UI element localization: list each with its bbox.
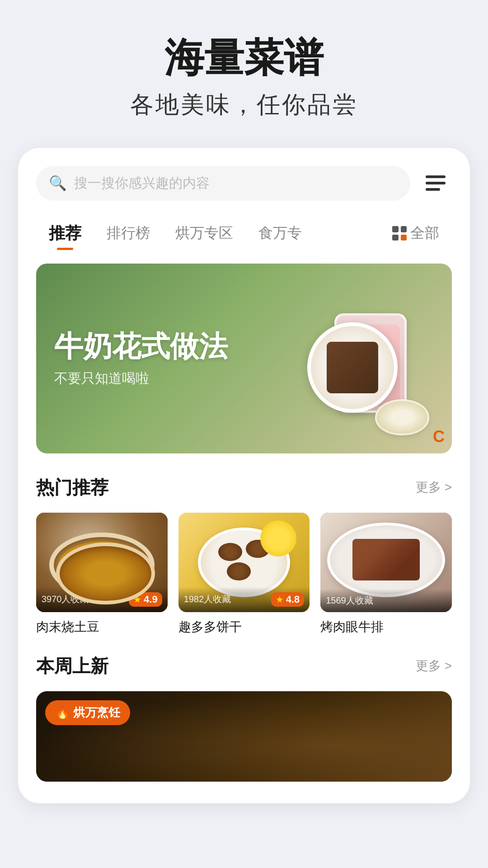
weekly-section-more[interactable]: 更多 > (416, 657, 452, 675)
search-row: 🔍 搜一搜你感兴趣的内容 (36, 166, 452, 201)
hero-subtitle: 各地美味，任你品尝 (18, 89, 470, 121)
hero-title: 海量菜谱 (18, 36, 470, 80)
recipe-name-3: 烤肉眼牛排 (320, 618, 452, 636)
menu-icon (426, 175, 446, 191)
recipe-image-1: 3970人收藏 ★ 4.9 (36, 513, 168, 612)
star-icon-1: ★ (133, 594, 141, 605)
recipe-card-1[interactable]: 3970人收藏 ★ 4.9 肉末烧土豆 (36, 513, 168, 636)
app-card: 🔍 搜一搜你感兴趣的内容 推荐 排行榜 烘万专区 食万专 全部 牛奶花式做法 不… (18, 148, 470, 803)
tab-recommend[interactable]: 推荐 (36, 217, 94, 250)
recipe-image-3: 1569人收藏 (320, 513, 452, 612)
nav-tabs: 推荐 排行榜 烘万专区 食万专 全部 (36, 217, 452, 250)
star-icon-2: ★ (276, 594, 284, 605)
tab-ranking[interactable]: 排行榜 (94, 218, 163, 249)
tab-all[interactable]: 全部 (380, 218, 452, 249)
recipe-list: 3970人收藏 ★ 4.9 肉末烧土豆 (36, 513, 452, 636)
hot-section-title: 热门推荐 (36, 475, 108, 500)
search-placeholder: 搜一搜你感兴趣的内容 (74, 174, 398, 193)
banner-subtitle: 不要只知道喝啦 (54, 369, 149, 388)
recipe-card-2[interactable]: 1982人收藏 ★ 4.8 趣多多饼干 (178, 513, 310, 636)
rating-badge-1: ★ 4.9 (129, 592, 162, 607)
collect-count-2: 1982人收藏 (184, 593, 231, 605)
recipe-badge-2: 1982人收藏 ★ 4.8 (178, 587, 310, 612)
weekly-card[interactable]: 🔥 烘万烹饪 (36, 691, 452, 782)
fire-icon: 🔥 (55, 706, 70, 720)
banner-food-visuals (285, 273, 438, 444)
menu-button[interactable] (419, 167, 452, 199)
all-grid-icon (392, 226, 407, 241)
weekly-badge-label: 烘万烹饪 (73, 705, 120, 721)
tab-baking[interactable]: 烘万专区 (163, 218, 246, 249)
collect-count-1: 3970人收藏 (42, 593, 89, 605)
rating-value-1: 4.9 (144, 594, 158, 605)
weekly-section-header: 本周上新 更多 > (36, 654, 452, 679)
hot-section-header: 热门推荐 更多 > (36, 475, 452, 500)
hero-section: 海量菜谱 各地美味，任你品尝 (0, 0, 488, 139)
weekly-section: 本周上新 更多 > 🔥 烘万烹饪 (36, 654, 452, 782)
recipe-name-1: 肉末烧土豆 (36, 618, 168, 636)
recipe-badge-1: 3970人收藏 ★ 4.9 (36, 587, 168, 612)
banner-logo: C (433, 427, 445, 446)
weekly-badge: 🔥 烘万烹饪 (45, 700, 130, 725)
hot-section-more[interactable]: 更多 > (416, 479, 452, 496)
recipe-image-2: 1982人收藏 ★ 4.8 (178, 513, 310, 612)
search-bar[interactable]: 🔍 搜一搜你感兴趣的内容 (36, 166, 410, 201)
rating-badge-2: ★ 4.8 (271, 592, 305, 607)
recipe-card-3[interactable]: 1569人收藏 烤肉眼牛排 (320, 513, 452, 636)
banner[interactable]: 牛奶花式做法 不要只知道喝啦 C (36, 264, 452, 453)
recipe-name-2: 趣多多饼干 (178, 618, 310, 636)
search-icon: 🔍 (49, 175, 67, 192)
rating-value-2: 4.8 (286, 594, 300, 605)
tab-food[interactable]: 食万专 (246, 218, 314, 249)
recipe-badge-3: 1569人收藏 (320, 589, 452, 612)
weekly-section-title: 本周上新 (36, 654, 108, 679)
banner-title: 牛奶花式做法 (54, 329, 228, 364)
collect-count-3: 1569人收藏 (326, 594, 373, 607)
